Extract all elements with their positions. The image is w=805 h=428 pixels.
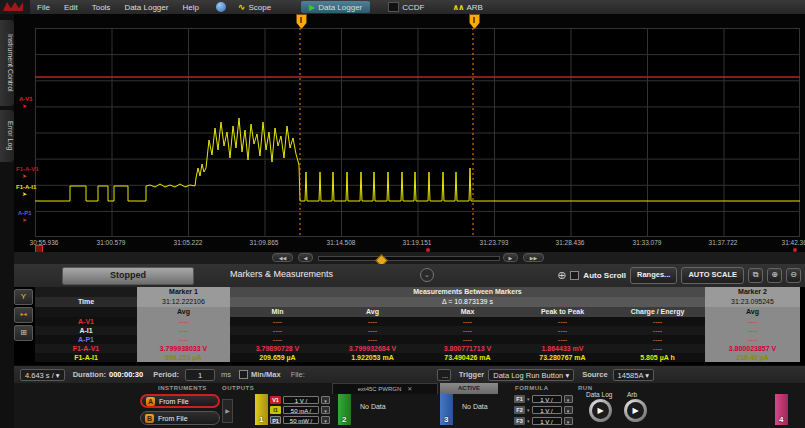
marker1-header[interactable]: Marker 1: [137, 287, 230, 297]
source-dropdown[interactable]: 14585A ▾: [613, 369, 654, 381]
x-tick: 31:23.793: [480, 239, 509, 246]
close-icon[interactable]: ✕: [407, 386, 412, 392]
more-button[interactable]: ...: [437, 369, 451, 381]
f3-scale-value[interactable]: 1 V /: [532, 417, 562, 425]
expander-chevron-icon[interactable]: ▶: [222, 399, 233, 423]
cell-m1: 896.253 µA: [137, 353, 230, 362]
x-tick: 31:05.222: [174, 239, 203, 246]
x-tick: 31:14.508: [327, 239, 356, 246]
log-file-tab[interactable]: ext45C PWRGN✕: [332, 383, 438, 394]
channel1-v-row: V1 1 V / ▾: [270, 395, 330, 404]
table-row-a-p1[interactable]: A-P1 ---- ---- ---- ---- ---- ---- ----: [35, 335, 800, 344]
grid-view-icon[interactable]: ⊞: [14, 325, 33, 341]
sidebar-tab-error-log[interactable]: Error Log: [0, 110, 14, 162]
tab-scope-label: Scope: [248, 3, 271, 12]
menu-data-logger[interactable]: Data Logger: [117, 3, 175, 12]
minmax-checkbox[interactable]: [239, 370, 248, 379]
channel-arrow-a-p1[interactable]: ➤: [22, 217, 27, 223]
scroll-track[interactable]: [318, 256, 500, 261]
auto-scroll-checkbox[interactable]: [570, 271, 579, 280]
tab-ccdf[interactable]: CCDF: [380, 1, 432, 13]
waveform-plot[interactable]: [35, 28, 800, 237]
f1-scale-value[interactable]: 1 V /: [532, 395, 562, 403]
channel-label-a-p1[interactable]: A-P1: [18, 210, 32, 216]
scroll-back-button[interactable]: ◀: [298, 253, 313, 262]
sidebar-tab-instrument-control[interactable]: Instrument Control: [0, 20, 14, 106]
cell-ptp: ----: [515, 326, 610, 335]
cell-ptp: ----: [515, 335, 610, 344]
channel-arrow-f1-a-i1[interactable]: ➤: [22, 191, 27, 197]
p1-scale-value[interactable]: 50 mW /: [283, 416, 319, 424]
formula-label: FORMULA: [515, 385, 549, 391]
scroll-fast-back-button[interactable]: ◀◀: [272, 253, 293, 262]
f2-scale-value[interactable]: 1 V /: [532, 406, 562, 414]
period-unit: ms: [221, 370, 231, 379]
channel2-number: 2: [342, 415, 346, 424]
channel-label-a-v1[interactable]: A-V1: [19, 96, 33, 102]
cell-min: ----: [230, 326, 325, 335]
marker2-header[interactable]: Marker 2: [705, 287, 800, 297]
cell-max: 73.490426 mA: [420, 353, 515, 362]
table-row-a-v1[interactable]: A-V1 ---- ---- ---- ---- ---- ---- ----: [35, 317, 800, 326]
col-max: Max: [420, 307, 515, 317]
measurement-toolbar: Stopped Markers & Measurements ⌄ ⊕ Auto …: [14, 264, 805, 287]
f3-scale-dropdown[interactable]: ▾: [564, 417, 573, 425]
table-row-f1-a-v1[interactable]: F1-A-V1 3.799938033 V 3.79890728 V 3.799…: [35, 344, 800, 353]
markers-dropdown-icon[interactable]: ⌄: [420, 268, 434, 282]
arb-button-label: Arb: [627, 391, 637, 398]
table-row-a-i1[interactable]: A-I1 ---- ---- ---- ---- ---- ---- ----: [35, 326, 800, 335]
channel-arrow-a-v1[interactable]: ➤: [22, 103, 27, 109]
active-tab[interactable]: ACTIVE: [440, 383, 498, 394]
menu-file[interactable]: File: [30, 3, 57, 12]
channel-label-f1-a-i1[interactable]: F1-A-I1: [16, 184, 36, 190]
f1-scale-dropdown[interactable]: ▾: [564, 395, 573, 403]
chart-area[interactable]: A-V1 ➤ F1-A-V1 ➤ F1-A-I1 ➤ A-P1 ➤ 30:55.…: [14, 14, 805, 252]
zoom-out-icon[interactable]: ⊖: [786, 268, 801, 283]
target-icon[interactable]: ⊕: [557, 270, 566, 281]
tab-arb[interactable]: ∧∧ ARB: [445, 1, 491, 13]
menu-help[interactable]: Help: [175, 3, 205, 12]
ranges-button[interactable]: Ranges...: [630, 267, 677, 284]
duration-value[interactable]: 000:00:30: [109, 370, 143, 379]
trigger-dropdown[interactable]: Data Log Run Button ▾: [488, 369, 574, 381]
period-input[interactable]: 1: [185, 369, 215, 381]
cell-ce: ----: [610, 344, 705, 353]
i1-scale-value[interactable]: 50 mA /: [283, 406, 319, 414]
info-icon[interactable]: [216, 2, 226, 12]
play-icon: ▶: [309, 3, 315, 12]
tab-data-logger[interactable]: ▶ Data Logger: [301, 1, 370, 13]
instrument-b-button[interactable]: B From File: [140, 411, 220, 425]
cell-min: 209.659 µA: [230, 353, 325, 362]
menu-tools[interactable]: Tools: [85, 3, 118, 12]
menu-edit[interactable]: Edit: [57, 3, 85, 12]
log-file-tab-label: ext45C PWRGN: [358, 386, 402, 392]
data-log-run-button[interactable]: ▶: [589, 399, 612, 422]
v1-scale-value[interactable]: 1 V /: [283, 396, 319, 404]
i1-badge: I1: [270, 406, 281, 414]
arb-run-button[interactable]: ▶: [624, 399, 647, 422]
marker-tool-icon[interactable]: Y: [14, 289, 33, 305]
instrument-a-button[interactable]: A From File: [140, 394, 220, 408]
tab-scope[interactable]: ∿ Scope: [230, 1, 279, 13]
marker-pair-icon[interactable]: ▸◂: [14, 307, 33, 323]
table-row-f1-a-i1[interactable]: F1-A-I1 896.253 µA 209.659 µA 1.922053 m…: [35, 353, 800, 362]
interval-dropdown[interactable]: 4.643 s / ▾: [20, 369, 65, 381]
channel-label-f1-a-v1[interactable]: F1-A-V1: [16, 166, 39, 172]
i1-scale-dropdown[interactable]: ▾: [321, 406, 330, 414]
p1-scale-dropdown[interactable]: ▾: [321, 416, 330, 424]
stopped-button[interactable]: Stopped: [62, 267, 194, 285]
play-icon: ▶: [627, 402, 644, 419]
zoom-region-icon[interactable]: ⧉: [748, 268, 763, 283]
channel1-p-row: P1 50 mW / ▾: [270, 415, 330, 424]
f2-scale-dropdown[interactable]: ▾: [564, 406, 573, 414]
v1-scale-dropdown[interactable]: ▾: [321, 396, 330, 404]
instrument-a-label: From File: [159, 398, 189, 405]
scroll-fast-fwd-button[interactable]: ▶▶: [523, 253, 544, 262]
auto-scale-button[interactable]: AUTO SCALE: [681, 267, 744, 284]
marker1-flag[interactable]: [296, 14, 307, 29]
channel-arrow-f1-a-v1[interactable]: ➤: [22, 173, 27, 179]
formula-f2-row: F2 ▾ 1 V / ▾: [514, 405, 573, 414]
scroll-fwd-button[interactable]: ▶: [503, 253, 518, 262]
marker2-flag[interactable]: [469, 14, 480, 29]
zoom-in-icon[interactable]: ⊕: [767, 268, 782, 283]
